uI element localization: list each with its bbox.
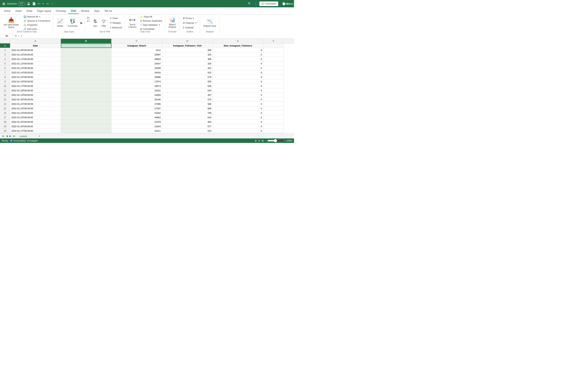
cell-c10[interactable]: 18673: [112, 84, 162, 88]
cell-d12[interactable]: 497: [162, 93, 213, 97]
cancel-formula-icon[interactable]: ✕: [15, 34, 17, 37]
cell-d19[interactable]: 577: [162, 124, 213, 129]
cell-e11[interactable]: 0: [213, 88, 263, 93]
cell-c1[interactable]: Instagram_Reach: [112, 43, 162, 48]
cell-e12[interactable]: 0: [213, 93, 263, 97]
cell-f18[interactable]: [263, 120, 284, 124]
cell-c8[interactable]: 33086: [112, 75, 162, 79]
cell-c7[interactable]: 24416: [112, 70, 162, 75]
cell-a8[interactable]: 2022-01-15T00:00:00: [10, 75, 61, 79]
row-num-13[interactable]: 13: [0, 97, 10, 102]
search-icon[interactable]: 🔍: [247, 2, 252, 6]
cell-e2[interactable]: 0: [213, 48, 263, 52]
tab-review[interactable]: Review: [79, 8, 91, 14]
cell-f2[interactable]: [263, 48, 284, 52]
tab-insert[interactable]: Insert: [13, 8, 24, 14]
cell-f15[interactable]: [263, 106, 284, 111]
sheet-tab-content[interactable]: content: [17, 134, 36, 138]
cell-f6[interactable]: [263, 66, 284, 70]
cell-b7[interactable]: [61, 70, 112, 75]
cell-e16[interactable]: 0: [213, 111, 263, 115]
cell-f12[interactable]: [263, 93, 284, 97]
cell-f13[interactable]: [263, 97, 284, 102]
add-sheet-button[interactable]: +: [36, 133, 42, 138]
cell-a9[interactable]: 2022-01-16T00:00:00: [10, 79, 61, 84]
row-num-14[interactable]: 14: [0, 102, 10, 106]
col-header-a[interactable]: A: [10, 39, 61, 43]
row-num-3[interactable]: 3: [0, 52, 10, 57]
cell-e15[interactable]: 0: [213, 106, 263, 111]
cell-a4[interactable]: 2022-01-11T00:00:00: [10, 57, 61, 61]
col-header-e[interactable]: E: [213, 39, 263, 43]
row-num-11[interactable]: 11: [0, 88, 10, 93]
cell-a15[interactable]: 2022-01-22T00:00:00: [10, 106, 61, 111]
col-header-f[interactable]: F: [263, 39, 284, 43]
analysis-tools-button[interactable]: 📉 Analysis Tools: [202, 16, 218, 30]
cell-b4[interactable]: [61, 57, 112, 61]
cell-a2[interactable]: 2022-01-09T00:00:00: [10, 48, 61, 52]
cell-d20[interactable]: 524: [162, 129, 213, 133]
tab-tell-me[interactable]: Tell me: [102, 8, 114, 14]
cell-d13[interactable]: 575: [162, 97, 213, 102]
cell-a19[interactable]: 2022-01-26T00:00:00: [10, 124, 61, 129]
cell-e1[interactable]: New_Instagram_Followers: [213, 43, 263, 48]
cell-d2[interactable]: 309: [162, 48, 213, 52]
currencies-button[interactable]: 💱 Currencies: [66, 16, 79, 30]
paste-options-icon[interactable]: 📋: [106, 44, 110, 47]
reapply-button[interactable]: ↺ Reapply: [109, 21, 123, 25]
tab-page-layout[interactable]: Page Layout: [35, 8, 53, 14]
data-validation-button[interactable]: ✓ Data Validation ▼: [139, 23, 163, 27]
cell-d17[interactable]: 643: [162, 115, 213, 120]
tab-formulas[interactable]: Formulas: [53, 8, 68, 14]
cell-e13[interactable]: 0: [213, 97, 263, 102]
subtotal-button[interactable]: Σ Subtotal: [182, 25, 198, 30]
row-num-7[interactable]: 7: [0, 70, 10, 75]
cell-f17[interactable]: [263, 115, 284, 120]
cell-c13[interactable]: 20146: [112, 97, 162, 102]
cell-b16[interactable]: [61, 111, 112, 115]
comments-button[interactable]: 💬 Comments: [259, 1, 278, 6]
cell-f9[interactable]: [263, 79, 284, 84]
cell-d15[interactable]: 606: [162, 106, 213, 111]
cell-f4[interactable]: [263, 57, 284, 61]
cell-f19[interactable]: [263, 124, 284, 129]
autosave-toggle[interactable]: OFF: [18, 2, 25, 6]
row-num-15[interactable]: 15: [0, 106, 10, 111]
cell-a3[interactable]: 2022-01-10T00:00:00: [10, 52, 61, 57]
account-icon[interactable]: 👤: [253, 2, 258, 6]
row-num-12[interactable]: 12: [0, 93, 10, 97]
row-num-2[interactable]: 2: [0, 48, 10, 52]
cell-b8[interactable]: [61, 75, 112, 79]
cell-d3[interactable]: 325: [162, 52, 213, 57]
zoom-level[interactable]: 200%: [287, 140, 292, 142]
filter-button[interactable]: ▽ Filter: [100, 16, 108, 30]
row-num-18[interactable]: 18: [0, 120, 10, 124]
sheet-tab-sheet9[interactable]: Sheet9: [17, 138, 36, 139]
cell-b9[interactable]: [61, 79, 112, 84]
cell-reference-box[interactable]: [1, 34, 13, 38]
row-num-8[interactable]: 8: [0, 75, 10, 79]
cell-f5[interactable]: [263, 61, 284, 66]
cell-e14[interactable]: 0: [213, 102, 263, 106]
page-layout-view-icon[interactable]: ⊟: [258, 140, 260, 142]
cell-f14[interactable]: [263, 102, 284, 106]
sort-button[interactable]: ⇅ Sort: [91, 16, 99, 30]
row-num-16[interactable]: 16: [0, 111, 10, 115]
cell-c5[interactable]: 16547: [112, 61, 162, 66]
cell-c3[interactable]: 20987: [112, 52, 162, 57]
row-num-10[interactable]: 10: [0, 84, 10, 88]
clear-button[interactable]: ✕ Clear: [109, 16, 123, 20]
row-num-6[interactable]: 6: [0, 66, 10, 70]
cell-d16[interactable]: 746: [162, 111, 213, 115]
row-num-19[interactable]: 19: [0, 124, 10, 129]
more-commands-icon[interactable]: ⋯: [50, 2, 54, 6]
cell-c14[interactable]: 27486: [112, 102, 162, 106]
cell-f16[interactable]: [263, 111, 284, 115]
cell-b5[interactable]: [61, 61, 112, 66]
corner-cell[interactable]: [0, 39, 10, 43]
cell-f20[interactable]: [263, 129, 284, 133]
cell-e8[interactable]: 0: [213, 75, 263, 79]
cell-e9[interactable]: 0: [213, 79, 263, 84]
cell-b3[interactable]: [61, 52, 112, 57]
cell-c20[interactable]: 16411: [112, 129, 162, 133]
